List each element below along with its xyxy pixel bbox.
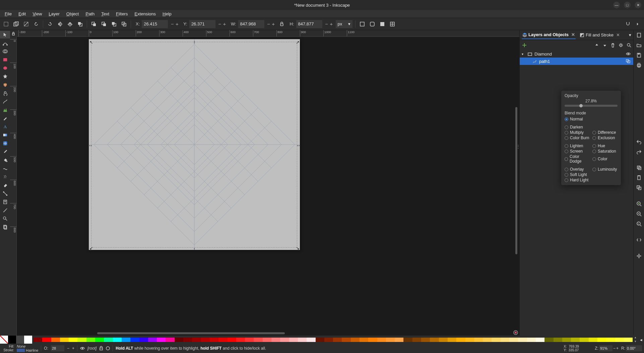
print-icon[interactable] [634,61,644,70]
zoom-selection-icon[interactable] [634,199,644,208]
lock-aspect-icon[interactable] [278,20,286,28]
y-inc[interactable]: + [222,20,227,28]
palette-color[interactable] [509,338,518,342]
raise-top-icon[interactable] [76,20,84,28]
tab-fill-stroke[interactable]: Fill and Stroke ✕ [579,31,621,39]
palette-color[interactable] [597,338,606,342]
blend-mode-screen[interactable]: Screen [565,149,590,154]
rotate-cw-icon[interactable] [46,20,54,28]
layer-up-icon[interactable] [594,43,599,48]
layer-row-path1[interactable]: path1 [520,58,633,65]
layer-visibility-status-icon[interactable] [80,346,85,350]
zoom-inc[interactable]: + [616,346,619,351]
palette-scroll-up-icon[interactable]: ▴ [633,336,638,340]
blend-mode-color[interactable]: Color [592,154,618,164]
palette-color[interactable] [69,338,77,342]
unit-select[interactable]: px▾ [336,20,352,28]
blend-mode-indicator-icon[interactable] [626,59,631,63]
rect-tool[interactable] [0,56,10,64]
deselect-icon[interactable] [22,20,30,28]
fill-value[interactable]: None [17,344,38,348]
move-patterns-icon[interactable] [388,20,396,28]
rotation-input[interactable] [626,345,642,351]
palette-color[interactable] [236,338,245,342]
w-inc[interactable]: + [271,20,276,28]
scale-stroke-icon[interactable] [358,20,366,28]
palette-swatch[interactable] [16,336,24,344]
palette-color[interactable] [271,338,280,342]
palette-color[interactable] [289,338,298,342]
palette-color[interactable] [527,338,536,342]
menu-help[interactable]: Help [160,10,174,17]
palette-color[interactable] [562,338,571,342]
connector-tool[interactable] [0,190,10,197]
snap-options-icon[interactable] [634,20,642,28]
palette-color[interactable] [148,338,157,342]
select-all-layers-icon[interactable] [12,20,20,28]
zoom-page-icon[interactable]: 1 [634,219,644,228]
canvas[interactable]: ↖ ↕ ↗ ↔ ↔ ↙ ↕ ↘ ⋮ [17,37,519,336]
blend-mode-hard-light[interactable]: Hard Light [565,178,590,182]
blend-mode-overlay[interactable]: Overlay [565,167,590,172]
palette-strip[interactable] [34,338,633,342]
palette-color[interactable] [395,338,403,342]
x-inc[interactable]: + [175,20,179,28]
palette-swatch[interactable] [24,336,32,344]
layer-down-icon[interactable] [602,43,607,48]
status-opacity-inc[interactable]: + [72,346,74,351]
pages-tool[interactable] [0,223,10,231]
save-doc-icon[interactable] [634,51,644,60]
palette-menu-icon[interactable]: ◂ [638,337,644,342]
palette-color[interactable] [492,338,500,342]
layer-row-diamond[interactable]: ▾ Diamond [520,50,633,58]
zoom-input[interactable] [599,345,613,351]
palette-color[interactable] [456,338,465,342]
palette-color[interactable] [580,338,588,342]
y-dec[interactable]: − [217,20,222,28]
lpe-tool[interactable] [0,198,10,206]
palette-color[interactable] [113,338,122,342]
palette-scroll-down-icon[interactable]: ▾ [633,340,638,344]
shape-builder-tool[interactable] [0,48,10,55]
w-dec[interactable]: − [266,20,271,28]
palette-color[interactable] [430,338,439,342]
collapse-arrow-icon[interactable]: ▾ [522,52,526,56]
selection-rectangle[interactable] [91,42,297,248]
blend-mode-lighten[interactable]: Lighten [565,144,590,148]
layer-lock-status-icon[interactable] [99,346,103,351]
palette-color[interactable] [95,338,104,342]
palette-color[interactable] [360,338,368,342]
delete-layer-icon[interactable] [610,43,615,48]
sel-handle-se[interactable]: ↘ [296,246,300,250]
status-opacity-input[interactable] [51,345,64,351]
move-gradients-icon[interactable] [378,20,386,28]
close-button[interactable]: ✕ [635,2,641,8]
selector-tool[interactable] [0,31,10,38]
color-wheel-icon[interactable] [513,330,518,335]
menu-filters[interactable]: Filters [113,10,130,17]
palette-color[interactable] [624,338,633,342]
palette-color[interactable] [615,338,624,342]
palette-color[interactable] [139,338,148,342]
palette-color[interactable] [518,338,527,342]
spiral-tool[interactable] [0,89,10,97]
blend-mode-color-burn[interactable]: Color Burn [565,136,590,140]
palette-color[interactable] [245,338,254,342]
palette-color[interactable] [554,338,562,342]
palette-color[interactable] [324,338,333,342]
palette-color[interactable] [104,338,113,342]
dropper-tool[interactable] [0,148,10,156]
palette-color[interactable] [412,338,421,342]
palette-color[interactable] [183,338,192,342]
lower-bottom-icon[interactable] [110,20,118,28]
visibility-icon[interactable] [626,52,631,56]
palette-swatch[interactable] [8,336,16,344]
palette-color[interactable] [368,338,377,342]
tab-fill-close-icon[interactable]: ✕ [616,32,620,37]
blend-mode-difference[interactable]: Difference [592,130,618,135]
palette-color[interactable] [218,338,227,342]
palette-color[interactable] [210,338,218,342]
3dbox-tool[interactable] [0,81,10,89]
scale-corners-icon[interactable] [368,20,376,28]
calligraphy-tool[interactable] [0,114,10,122]
